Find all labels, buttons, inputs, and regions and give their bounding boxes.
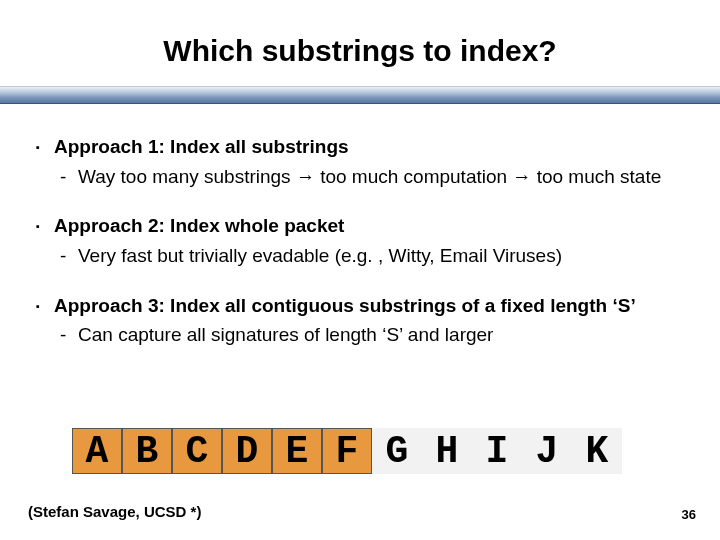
sub-bullet-text: Can capture all signatures of length ‘S’… <box>78 322 684 348</box>
letter-cell: H <box>422 428 472 474</box>
bullet-heading: Approach 2: Index whole packet <box>54 213 684 239</box>
sub-bullet-text: Very fast but trivially evadable (e.g. ,… <box>78 243 684 269</box>
bullet-approach-3: ▪ Approach 3: Index all contiguous subst… <box>36 293 684 348</box>
bullet-marker: ▪ <box>36 293 54 348</box>
footer-citation: (Stefan Savage, UCSD *) <box>28 503 201 520</box>
bullet-approach-1: ▪ Approach 1: Index all substrings - Way… <box>36 134 684 189</box>
letter-cell: A <box>72 428 122 474</box>
sub-bullet-marker: - <box>54 322 78 348</box>
letter-strip: A B C D E F G H I J K <box>72 428 622 474</box>
letter-cell: K <box>572 428 622 474</box>
letter-cell: E <box>272 428 322 474</box>
sub-bullet-marker: - <box>54 243 78 269</box>
sub-bullet: - Very fast but trivially evadable (e.g.… <box>54 243 684 269</box>
slide-title: Which substrings to index? <box>0 0 720 86</box>
letter-cell: G <box>372 428 422 474</box>
letter-cell: C <box>172 428 222 474</box>
sub-bullet: - Way too many substrings → too much com… <box>54 164 684 190</box>
bullet-marker: ▪ <box>36 213 54 268</box>
page-number: 36 <box>682 507 696 522</box>
title-underline-bar <box>0 86 720 104</box>
bullet-heading: Approach 1: Index all substrings <box>54 134 684 160</box>
sub-bullet-text: Way too many substrings → too much compu… <box>78 164 684 190</box>
slide: Which substrings to index? ▪ Approach 1:… <box>0 0 720 540</box>
slide-body: ▪ Approach 1: Index all substrings - Way… <box>0 104 720 348</box>
letter-cell: I <box>472 428 522 474</box>
sub-bullet-marker: - <box>54 164 78 190</box>
bullet-heading: Approach 3: Index all contiguous substri… <box>54 293 684 319</box>
bullet-approach-2: ▪ Approach 2: Index whole packet - Very … <box>36 213 684 268</box>
sub-bullet: - Can capture all signatures of length ‘… <box>54 322 684 348</box>
bullet-marker: ▪ <box>36 134 54 189</box>
letter-cell: D <box>222 428 272 474</box>
letter-cell: B <box>122 428 172 474</box>
letter-cell: J <box>522 428 572 474</box>
letter-cell: F <box>322 428 372 474</box>
